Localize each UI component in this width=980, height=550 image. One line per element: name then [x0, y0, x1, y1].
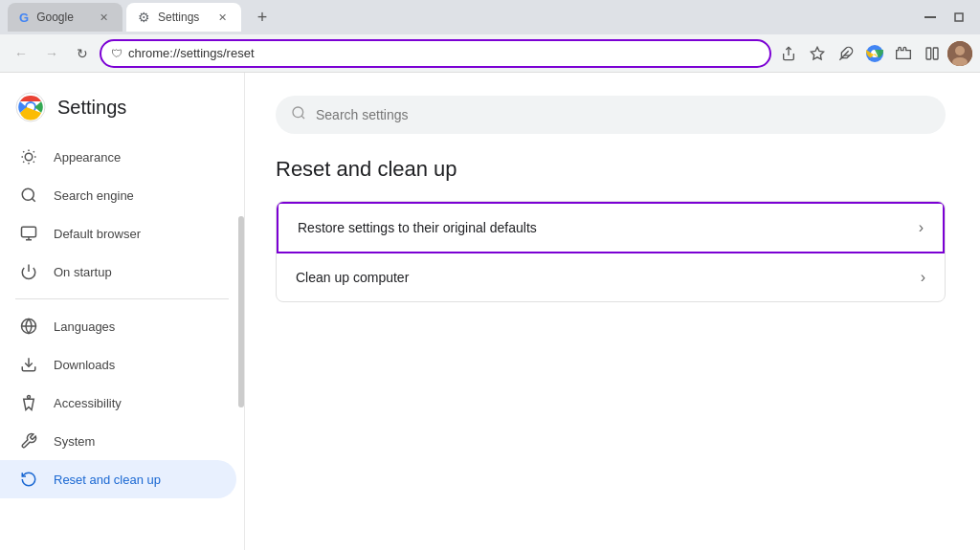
reset-label: Reset and clean up [54, 473, 161, 487]
profile-avatar[interactable] [947, 41, 972, 66]
settings-card: Restore settings to their original defau… [276, 201, 946, 302]
svg-rect-8 [926, 48, 931, 59]
toolbar-actions [775, 40, 972, 67]
google-tab-icon: G [19, 11, 29, 25]
split-view-icon[interactable] [919, 40, 946, 67]
sidebar-item-default-browser[interactable]: Default browser [0, 214, 236, 253]
search-input[interactable] [316, 107, 930, 122]
reload-button[interactable]: ↻ [69, 40, 96, 67]
svg-point-16 [25, 153, 33, 161]
appearance-label: Appearance [54, 150, 121, 165]
tab-google[interactable]: G Google ✕ [8, 3, 122, 32]
clean-up-computer-arrow: › [921, 269, 925, 286]
svg-rect-1 [955, 13, 963, 21]
google-tab-close[interactable]: ✕ [96, 10, 111, 25]
sidebar-header: Settings [0, 80, 244, 138]
downloads-icon [19, 355, 38, 374]
sidebar-item-search-engine[interactable]: Search engine [0, 176, 236, 214]
scrollbar-track [238, 73, 244, 550]
settings-tab-label: Settings [158, 11, 199, 24]
svg-rect-19 [22, 227, 36, 237]
address-input[interactable] [128, 46, 760, 60]
extensions-icon[interactable] [833, 40, 859, 67]
system-icon [19, 431, 38, 451]
window-controls [917, 4, 972, 31]
content-area: Reset and clean up Restore settings to t… [245, 73, 980, 550]
main-area: Settings Appearance Search engine Defau [0, 73, 980, 550]
restore-defaults-row[interactable]: Restore settings to their original defau… [277, 202, 945, 253]
reset-icon [19, 470, 38, 489]
title-bar: G Google ✕ ⚙ Settings ✕ + [0, 0, 980, 34]
scrollbar-thumb[interactable] [238, 216, 244, 407]
search-engine-icon [19, 186, 38, 205]
maximize-button[interactable] [946, 4, 972, 31]
appearance-icon [19, 147, 38, 166]
new-tab-button[interactable]: + [249, 4, 276, 31]
sidebar: Settings Appearance Search engine Defau [0, 73, 245, 550]
clean-up-computer-row[interactable]: Clean up computer › [277, 253, 945, 301]
on-startup-label: On startup [54, 265, 112, 279]
bookmark-icon[interactable] [804, 40, 831, 67]
sidebar-divider-1 [15, 298, 229, 299]
address-bar-container: 🛡 [100, 39, 771, 68]
languages-icon [19, 317, 38, 336]
chrome-logo-icon [15, 92, 46, 122]
sidebar-item-languages[interactable]: Languages [0, 307, 236, 345]
languages-label: Languages [54, 319, 115, 334]
svg-point-27 [293, 107, 303, 118]
settings-tab-close[interactable]: ✕ [214, 10, 230, 25]
toolbar: ← → ↻ 🛡 [0, 34, 980, 73]
reset-page-title: Reset and clean up [276, 157, 949, 182]
svg-point-17 [22, 188, 33, 200]
svg-rect-0 [924, 16, 936, 18]
forward-button[interactable]: → [38, 40, 65, 67]
sidebar-item-appearance[interactable]: Appearance [0, 138, 236, 176]
on-startup-icon [19, 262, 38, 281]
svg-line-18 [32, 198, 34, 201]
sidebar-item-accessibility[interactable]: Accessibility [0, 384, 236, 422]
accessibility-icon [19, 393, 38, 412]
settings-search-bar [276, 96, 946, 134]
svg-point-26 [28, 396, 31, 399]
sidebar-item-reset[interactable]: Reset and clean up [0, 460, 236, 498]
svg-line-28 [301, 116, 304, 119]
system-label: System [54, 434, 95, 449]
sidebar-item-system[interactable]: System [0, 422, 236, 460]
accessibility-label: Accessibility [54, 396, 122, 410]
minimize-button[interactable] [917, 4, 944, 31]
puzzle-icon[interactable] [890, 40, 917, 67]
svg-point-11 [955, 46, 965, 55]
restore-defaults-arrow: › [919, 219, 924, 236]
default-browser-icon [19, 224, 38, 243]
svg-marker-3 [811, 47, 823, 59]
svg-rect-9 [933, 48, 938, 59]
search-icon [291, 105, 306, 124]
search-engine-label: Search engine [54, 188, 134, 203]
sidebar-item-on-startup[interactable]: On startup [0, 253, 236, 291]
settings-tab-icon: ⚙ [138, 10, 150, 25]
default-browser-label: Default browser [54, 227, 141, 241]
clean-up-computer-label: Clean up computer [296, 270, 921, 285]
sidebar-item-downloads[interactable]: Downloads [0, 345, 236, 384]
restore-defaults-label: Restore settings to their original defau… [298, 220, 919, 235]
back-button[interactable]: ← [8, 40, 34, 67]
google-tab-label: Google [36, 11, 74, 24]
downloads-label: Downloads [54, 358, 115, 372]
tab-settings[interactable]: ⚙ Settings ✕ [126, 3, 241, 32]
share-icon[interactable] [775, 40, 802, 67]
chrome-icon[interactable] [861, 40, 888, 67]
settings-page-title: Settings [57, 97, 126, 119]
shield-icon: 🛡 [111, 47, 122, 60]
